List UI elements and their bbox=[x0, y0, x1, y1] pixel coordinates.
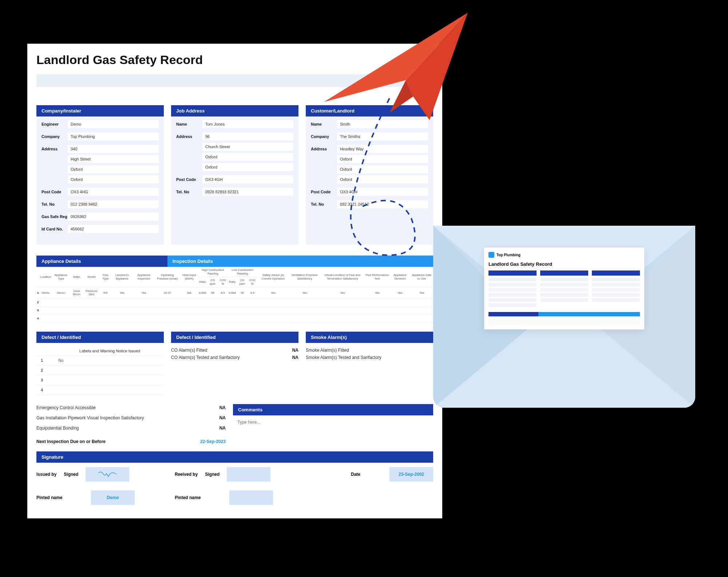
job-name: Tom Jones bbox=[202, 120, 293, 128]
table-row: 3 bbox=[36, 307, 433, 315]
checks-comments: Emergency Control AccessibleNA Gas Insta… bbox=[36, 404, 433, 444]
printed-name-box-2 bbox=[229, 490, 273, 505]
received-by-label: Reeived by bbox=[175, 472, 198, 477]
defect-row: 3 bbox=[36, 375, 164, 385]
next-insp-label: Next Inspection Due on or Before bbox=[36, 439, 106, 444]
job-tel-label: Tel. No bbox=[176, 188, 202, 194]
job-panel: Job Address NameTom Jones Address 96 Chu… bbox=[171, 105, 298, 245]
signature-section: Signature Issued by Signed Reeived by Si… bbox=[36, 451, 433, 509]
signed-label-1: Signed bbox=[64, 472, 78, 477]
job-tel: 0928 82893 82321 bbox=[202, 188, 293, 196]
defect-table: Labels and Warning Notice Issued1No234 bbox=[36, 347, 164, 395]
engineer-value: Demo bbox=[68, 120, 159, 128]
issued-signature-box bbox=[86, 467, 129, 482]
company-header: Company/Instaler bbox=[36, 105, 164, 116]
table-row: 4 bbox=[36, 315, 433, 323]
postcode-value: OX3 4HG bbox=[68, 188, 159, 196]
job-addr-label: Address bbox=[176, 133, 202, 139]
signed-label-2: Signed bbox=[205, 472, 219, 477]
defect-header-2: Defect / Identified bbox=[171, 332, 298, 343]
co-fitted-label: CO Alarm(s) Fitted bbox=[171, 348, 207, 353]
co-fitted-value: NA bbox=[292, 348, 298, 353]
signature-header: Signature bbox=[36, 451, 433, 463]
date-box: 23-Sep-2002 bbox=[389, 467, 433, 482]
co-tested-label: CO Alarm(s) Tested and Sarifactory bbox=[171, 355, 240, 360]
engineer-label: Engineer bbox=[41, 120, 68, 126]
mini-logo-icon bbox=[488, 252, 494, 258]
gasreg-label: Gas Safe Reg bbox=[41, 213, 68, 219]
job-addr4: Oxford bbox=[202, 163, 293, 171]
envelope-illustration: Top Plumbing Landlord Gas Safety Record bbox=[433, 226, 695, 408]
emergency-value: NA bbox=[219, 405, 226, 410]
paper-plane-icon bbox=[317, 7, 473, 124]
date-label: Date bbox=[351, 472, 360, 477]
idcard-value: 456662 bbox=[68, 225, 159, 233]
addr1: 340 bbox=[68, 145, 159, 153]
appliance-header: Appliance Details bbox=[36, 256, 167, 267]
defect-row: 2 bbox=[36, 365, 164, 375]
tel-label: Tel. No bbox=[41, 200, 68, 206]
company-label: Company bbox=[41, 133, 68, 139]
emergency-label: Emergency Control Accessible bbox=[36, 405, 96, 410]
job-addr3: Oxford bbox=[202, 153, 293, 161]
smoke-fitted-label: Smoke Alarm(s) Fitted bbox=[306, 348, 349, 353]
company-panel: Company/Instaler EngineerDemo CompanyTop… bbox=[36, 105, 164, 245]
comments-header: Comments bbox=[233, 404, 433, 415]
defect-identified-panel: Defect / Identified Labels and Warning N… bbox=[36, 332, 164, 395]
co-alarm-panel: Defect / Identified CO Alarm(s) FittedNA… bbox=[171, 332, 298, 395]
next-insp-date: 22-Sep-2023 bbox=[200, 439, 226, 444]
smoke-header: Smoke Alarm(s) bbox=[306, 332, 433, 343]
defect-header-1: Defect / Identified bbox=[36, 332, 164, 343]
defect-row: 4 bbox=[36, 385, 164, 395]
gasinst-label: Gas Installation Pipework Visual Inspect… bbox=[36, 415, 144, 420]
signature-scribble-icon bbox=[96, 470, 118, 479]
job-name-label: Name bbox=[176, 120, 202, 126]
smoke-tested-label: Smoke Alarm(s) Tested and Sarifactory bbox=[306, 355, 381, 360]
tel-value: 012 2388 9482 bbox=[68, 200, 159, 208]
appliance-details: Appliance Details bbox=[36, 256, 167, 267]
job-addr2: Church Street bbox=[202, 143, 293, 151]
comments-panel: Comments bbox=[233, 404, 433, 444]
mini-title: Landlord Gas Safety Record bbox=[488, 261, 640, 267]
trail-path-icon bbox=[317, 95, 448, 295]
printed-name-box-1: Demo bbox=[91, 490, 135, 505]
defect-row: 1No bbox=[36, 356, 164, 365]
smoke-alarm-panel: Smoke Alarm(s) Smoke Alarm(s) Fitted Smo… bbox=[306, 332, 433, 395]
received-signature-box bbox=[227, 467, 270, 482]
comments-input[interactable] bbox=[233, 415, 433, 429]
equip-label: Equipotential Bonding bbox=[36, 426, 79, 431]
checks-list: Emergency Control AccessibleNA Gas Insta… bbox=[36, 404, 226, 444]
job-postcode: OX3 4GH bbox=[202, 175, 293, 183]
job-postcode-label: Post Code bbox=[176, 175, 202, 182]
job-header: Job Address bbox=[171, 105, 298, 116]
company-value: Top Plumbing bbox=[68, 133, 159, 141]
issued-by-label: Issued by bbox=[36, 472, 56, 477]
mini-document: Top Plumbing Landlord Gas Safety Record bbox=[484, 248, 644, 329]
addr4: Oxford bbox=[68, 175, 159, 183]
equip-value: NA bbox=[219, 426, 226, 431]
postcode-label: Post Code bbox=[41, 188, 68, 194]
defect-section: Defect / Identified Labels and Warning N… bbox=[36, 332, 433, 395]
addr3: Oxford bbox=[68, 165, 159, 173]
co-tested-value: NA bbox=[292, 355, 298, 360]
mini-company: Top Plumbing bbox=[496, 253, 521, 257]
idcard-label: Id Card No. bbox=[41, 225, 68, 231]
gasinst-value: NA bbox=[219, 415, 226, 420]
table-row: 2 bbox=[36, 299, 433, 307]
address-label: Address bbox=[41, 145, 68, 151]
addr2: High Street bbox=[68, 155, 159, 163]
job-addr1: 96 bbox=[202, 133, 293, 141]
printed-name-label-1: Pinted name bbox=[36, 495, 84, 500]
gasreg-value: 0928382 bbox=[68, 213, 159, 221]
printed-name-label-2: Pinted name bbox=[175, 495, 222, 500]
